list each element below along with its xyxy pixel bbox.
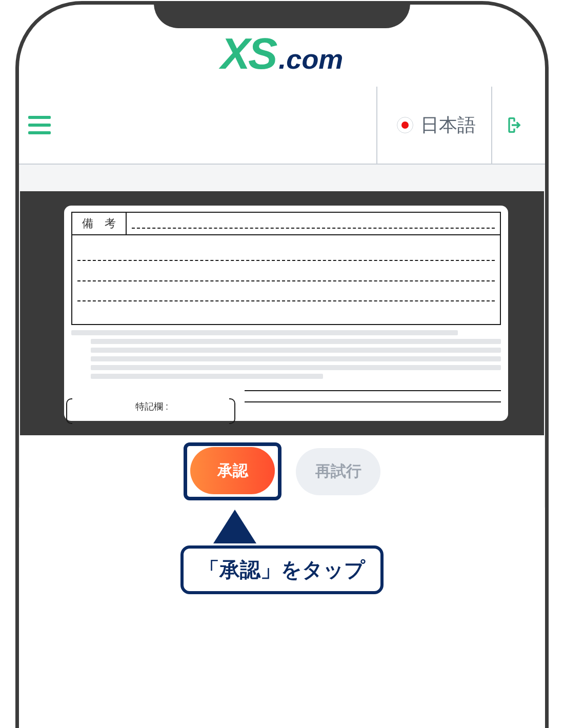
remarks-row-3 (77, 281, 495, 302)
brand-logo: XS .com (19, 31, 545, 75)
instruction-callout: 「承認」をタップ (180, 545, 384, 594)
bracket-right-icon (229, 398, 235, 424)
approve-button[interactable]: 承認 (190, 447, 275, 494)
remarks-header-label: 備 考 (72, 213, 127, 234)
logout-button[interactable] (491, 87, 531, 164)
content-area: 備 考 (19, 165, 545, 508)
brand-logo-dotcom: .com (278, 45, 343, 73)
flag-japan-icon (397, 117, 413, 133)
remarks-row-1 (77, 240, 495, 261)
special-notes-label-wrap: 特記欄 : (71, 400, 230, 413)
document-card: 備 考 (64, 206, 508, 421)
document-body-placeholder (71, 330, 501, 379)
brand-logo-xs: XS (221, 31, 276, 75)
bracket-left-icon (66, 398, 72, 424)
action-buttons: 承認 再試行 (20, 435, 544, 508)
document-preview: 備 考 (20, 191, 544, 435)
remarks-row-2 (77, 261, 495, 281)
remarks-rows (72, 235, 500, 324)
signature-lines (245, 390, 501, 413)
special-notes-row: 特記欄 : (71, 390, 501, 413)
logout-icon (501, 115, 522, 135)
phone-frame: XS .com 日本語 (15, 1, 549, 728)
app-header: 日本語 (19, 87, 545, 165)
special-notes-label: 特記欄 : (130, 401, 171, 414)
remarks-row-0 (127, 213, 500, 234)
arrow-up-icon (213, 510, 256, 543)
remarks-row-4 (77, 301, 495, 321)
screen: XS .com 日本語 (19, 5, 545, 728)
remarks-table-head: 備 考 (72, 213, 500, 235)
remarks-table: 備 考 (71, 212, 501, 325)
header-right: 日本語 (376, 87, 531, 164)
instruction-callout-wrap: 「承認」をタップ (19, 510, 545, 594)
retry-button[interactable]: 再試行 (296, 448, 380, 495)
language-selector[interactable]: 日本語 (376, 87, 491, 164)
menu-icon[interactable] (28, 116, 51, 134)
approve-button-highlight: 承認 (184, 442, 281, 500)
language-label: 日本語 (420, 113, 476, 138)
